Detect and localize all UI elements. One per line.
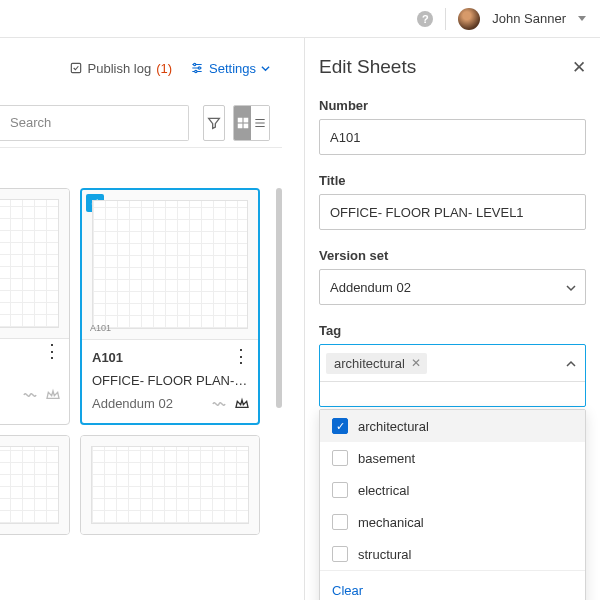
checkbox-icon — [332, 514, 348, 530]
publish-log-button[interactable]: Publish log (1) — [69, 61, 173, 76]
checkbox-icon — [332, 450, 348, 466]
tag-option-label: mechanical — [358, 515, 424, 530]
publish-log-icon — [69, 61, 83, 75]
tag-multiselect[interactable]: architectural ✕ ✓ architectural basement… — [319, 344, 586, 407]
chevron-down-icon — [565, 282, 575, 292]
card-status-icons — [210, 397, 250, 411]
list-view-button[interactable] — [251, 106, 269, 140]
scrollbar-thumb[interactable] — [276, 188, 282, 408]
tag-option-label: basement — [358, 451, 415, 466]
svg-rect-5 — [243, 117, 248, 122]
sheet-card[interactable]: A100 ⋮ PLAN- BA... — [0, 188, 70, 425]
panel-title: Edit Sheets — [319, 56, 416, 78]
svg-rect-4 — [237, 117, 242, 122]
link-icon — [210, 397, 228, 411]
tag-option-architectural[interactable]: ✓ architectural — [320, 410, 585, 442]
tag-option-label: architectural — [358, 419, 429, 434]
kebab-icon[interactable]: ⋮ — [43, 345, 61, 357]
crown-icon — [234, 397, 250, 411]
sliders-icon — [190, 61, 204, 75]
grid-icon — [236, 116, 250, 130]
title-input[interactable] — [319, 194, 586, 230]
tag-option-structural[interactable]: structural — [320, 538, 585, 570]
link-icon — [21, 388, 39, 402]
funnel-icon — [206, 115, 222, 131]
sheet-card[interactable] — [80, 435, 260, 535]
view-toggle — [233, 105, 270, 141]
tag-option-basement[interactable]: basement — [320, 442, 585, 474]
sheet-thumbnail[interactable] — [0, 436, 69, 534]
svg-point-3 — [195, 70, 197, 72]
user-name[interactable]: John Sanner — [492, 11, 566, 26]
tag-option-label: electrical — [358, 483, 409, 498]
thumb-label: A101 — [90, 323, 111, 333]
filter-button[interactable] — [203, 105, 225, 141]
card-title: OFFICE- FLOOR PLAN- LE... — [92, 373, 250, 388]
svg-point-2 — [198, 67, 200, 69]
svg-point-1 — [194, 63, 196, 65]
kebab-icon[interactable]: ⋮ — [232, 350, 250, 362]
tag-label: Tag — [319, 323, 586, 338]
sheet-thumbnail[interactable]: A100 — [0, 189, 69, 339]
card-number: A101 — [92, 350, 123, 365]
number-input[interactable] — [319, 119, 586, 155]
sheet-thumbnail[interactable] — [81, 436, 259, 534]
edit-sheets-panel: Edit Sheets ✕ Number Title Version set A… — [304, 38, 600, 600]
number-label: Number — [319, 98, 586, 113]
list-icon — [253, 116, 267, 130]
checkbox-icon — [332, 482, 348, 498]
tag-chip: architectural ✕ — [326, 353, 427, 374]
search-input[interactable] — [0, 105, 189, 141]
tag-chip-label: architectural — [334, 356, 405, 371]
settings-button[interactable]: Settings — [190, 61, 270, 76]
tag-dropdown: ✓ architectural basement electrical mech… — [319, 409, 586, 600]
card-version: Addendum 02 — [92, 396, 173, 411]
chevron-up-icon[interactable] — [565, 355, 577, 370]
grid-view-button[interactable] — [234, 106, 252, 140]
sheet-card[interactable]: ✓ A101 A101 ⋮ OFFICE- FLOOR PLAN- LE... … — [80, 188, 260, 425]
sheet-thumbnail[interactable]: ✓ A101 — [82, 190, 258, 340]
svg-rect-6 — [237, 123, 242, 128]
card-title: PLAN- BA... — [0, 365, 61, 380]
chevron-down-icon[interactable] — [578, 16, 586, 21]
publish-log-label: Publish log — [88, 61, 152, 76]
svg-rect-0 — [71, 63, 80, 72]
sheet-card[interactable] — [0, 435, 70, 535]
checkbox-icon — [332, 546, 348, 562]
publish-log-count: (1) — [156, 61, 172, 76]
scrollbar[interactable] — [276, 188, 282, 600]
version-set-label: Version set — [319, 248, 586, 263]
help-icon[interactable]: ? — [417, 11, 433, 27]
title-label: Title — [319, 173, 586, 188]
checkbox-icon: ✓ — [332, 418, 348, 434]
tag-option-electrical[interactable]: electrical — [320, 474, 585, 506]
crown-icon — [45, 388, 61, 402]
settings-label: Settings — [209, 61, 256, 76]
tag-option-mechanical[interactable]: mechanical — [320, 506, 585, 538]
divider — [445, 8, 446, 30]
card-status-icons — [21, 388, 61, 402]
chevron-down-icon — [261, 64, 270, 73]
tag-option-label: structural — [358, 547, 411, 562]
close-icon[interactable]: ✕ — [572, 57, 586, 78]
clear-tags-button[interactable]: Clear — [320, 570, 585, 600]
svg-rect-7 — [243, 123, 248, 128]
remove-tag-icon[interactable]: ✕ — [411, 356, 421, 370]
version-set-value: Addendum 02 — [330, 280, 411, 295]
version-set-select[interactable]: Addendum 02 — [319, 269, 586, 305]
avatar[interactable] — [458, 8, 480, 30]
